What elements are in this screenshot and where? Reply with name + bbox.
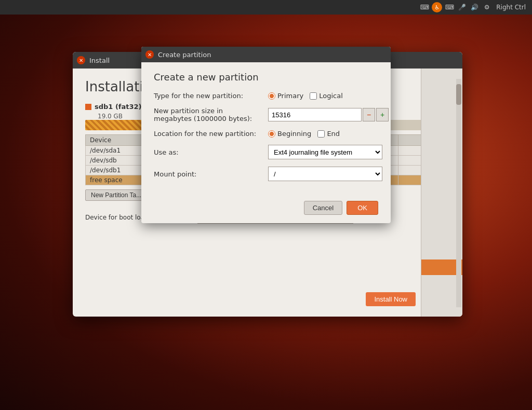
logical-checkbox[interactable]: [310, 92, 317, 100]
ok-button[interactable]: OK: [347, 201, 378, 215]
mount-point-controls: / /boot /home /tmp /usr /var: [268, 167, 382, 181]
use-as-select[interactable]: Ext4 journaling file system Ext3 journal…: [268, 145, 382, 159]
size-label-text: New partition size inmegabytes (1000000 …: [154, 107, 252, 122]
create-partition-dialog: ✕ Create partition Create a new partitio…: [141, 47, 391, 223]
size-decrease-button[interactable]: −: [363, 108, 375, 121]
use-as-row: Use as: Ext4 journaling file system Ext3…: [154, 145, 378, 159]
cancel-button[interactable]: Cancel: [304, 201, 342, 215]
end-checkbox[interactable]: [317, 130, 325, 138]
beginning-radio-label[interactable]: Beginning: [268, 130, 311, 138]
dialog-buttons: Cancel OK: [141, 197, 391, 223]
end-radio-label[interactable]: End: [317, 130, 340, 138]
mount-point-row: Mount point: / /boot /home /tmp /usr /va…: [154, 167, 378, 181]
dialog-body: Create a new partition Type for the new …: [141, 62, 391, 197]
beginning-label: Beginning: [277, 130, 311, 138]
dialog-close-button[interactable]: ✕: [145, 50, 154, 59]
end-label: End: [327, 130, 340, 138]
size-increase-button[interactable]: +: [376, 108, 389, 121]
dialog-heading: Create a new partition: [154, 72, 378, 83]
dialog-overlay: ✕ Create partition Create a new partitio…: [0, 0, 532, 410]
size-input[interactable]: 15316: [268, 108, 362, 121]
location-label: Location for the new partition:: [154, 130, 268, 138]
partition-type-controls: Primary Logical: [268, 92, 343, 100]
size-controls: 15316 − +: [268, 108, 389, 121]
primary-label: Primary: [277, 92, 303, 100]
primary-radio-label[interactable]: Primary: [268, 92, 303, 100]
use-as-controls: Ext4 journaling file system Ext3 journal…: [268, 145, 382, 159]
location-controls: Beginning End: [268, 130, 340, 138]
logical-radio-label[interactable]: Logical: [310, 92, 343, 100]
use-as-label: Use as:: [154, 148, 268, 156]
location-row: Location for the new partition: Beginnin…: [154, 130, 378, 138]
partition-type-label: Type for the new partition:: [154, 92, 268, 100]
mount-point-label: Mount point:: [154, 170, 268, 178]
partition-type-row: Type for the new partition: Primary Logi…: [154, 92, 378, 100]
dialog-title: Create partition: [158, 51, 211, 59]
beginning-radio[interactable]: [268, 130, 275, 138]
primary-radio[interactable]: [268, 92, 275, 100]
size-row: New partition size inmegabytes (1000000 …: [154, 107, 378, 122]
size-label: New partition size inmegabytes (1000000 …: [154, 107, 268, 122]
logical-label: Logical: [319, 92, 343, 100]
dialog-titlebar: ✕ Create partition: [141, 47, 391, 62]
mount-point-select[interactable]: / /boot /home /tmp /usr /var: [268, 167, 382, 181]
